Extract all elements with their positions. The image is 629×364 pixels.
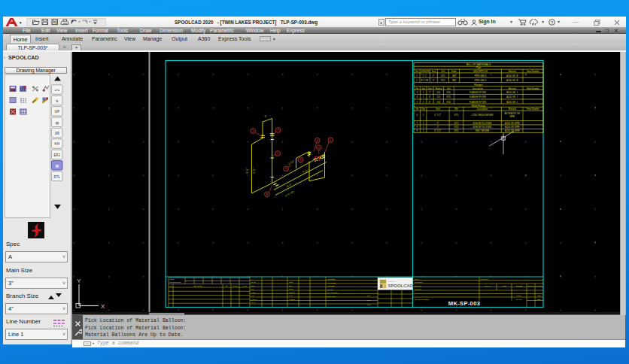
svg-text:Heat Number: Heat Number bbox=[527, 87, 539, 90]
svg-text:(4'-9 7/8″): (4'-9 7/8″) bbox=[284, 190, 295, 198]
svg-text:-: - bbox=[226, 293, 227, 296]
svg-text:-: - bbox=[358, 296, 359, 297]
svg-text:STD: STD bbox=[441, 79, 445, 82]
svg-text:Weld Fittings: Weld Fittings bbox=[472, 105, 486, 108]
svg-text:KH: KH bbox=[55, 142, 59, 146]
svg-text:SH3: SH3 bbox=[367, 295, 371, 296]
svg-text:O.B.S: O.B.S bbox=[289, 288, 293, 290]
svg-text:Size: Size bbox=[436, 108, 440, 111]
svg-text:-: - bbox=[235, 301, 235, 303]
svg-text:6″: 6″ bbox=[264, 114, 268, 118]
svg-text:-: - bbox=[245, 293, 245, 296]
svg-text:5: 5 bbox=[416, 101, 418, 104]
svg-text:5: 5 bbox=[317, 158, 318, 161]
svg-text:-: - bbox=[304, 295, 305, 296]
svg-text:Material: Material bbox=[509, 70, 516, 73]
svg-text:DATE: DATE bbox=[251, 281, 256, 283]
svg-text:C/K: C/K bbox=[251, 288, 254, 290]
svg-text:1: 1 bbox=[423, 126, 424, 129]
svg-text:⇅: ⇅ bbox=[56, 99, 59, 103]
svg-text:3: 3 bbox=[416, 91, 418, 94]
svg-text:UTIL RD: UTIL RD bbox=[415, 288, 421, 290]
svg-text:SPOOLCAD: SPOOLCAD bbox=[388, 283, 414, 288]
svg-text:-: - bbox=[304, 299, 305, 300]
svg-text:1: 1 bbox=[416, 74, 418, 77]
svg-text:-: - bbox=[358, 292, 359, 293]
svg-text:LENGTH: LENGTH bbox=[421, 70, 429, 73]
svg-text:Ends: Ends bbox=[451, 70, 457, 73]
svg-text:▩: ▩ bbox=[56, 164, 59, 168]
svg-text:150: 150 bbox=[436, 101, 440, 104]
svg-text:PROCAD: PROCAD bbox=[388, 281, 395, 282]
svg-text:RFD WIRE: RFD WIRE bbox=[327, 296, 336, 297]
svg-text:-: - bbox=[504, 288, 505, 290]
svg-text:Size: Size bbox=[432, 70, 436, 73]
svg-text:Qty: Qty bbox=[421, 108, 425, 111]
svg-text:-: - bbox=[245, 301, 245, 303]
svg-text:LIN CODE: LIN CODE bbox=[327, 278, 336, 280]
svg-text:-: - bbox=[407, 296, 408, 298]
svg-text:FLANGE RF WN: FLANGE RF WN bbox=[469, 91, 486, 94]
svg-text:-: - bbox=[199, 281, 199, 284]
svg-text:W/FILLET: W/FILLET bbox=[327, 285, 336, 287]
svg-text:-: - bbox=[304, 292, 305, 293]
svg-text:CHKD: CHKD bbox=[232, 285, 238, 287]
svg-text:-: - bbox=[171, 301, 172, 303]
svg-text:-: - bbox=[171, 297, 172, 299]
svg-text:2: 2 bbox=[416, 79, 418, 82]
svg-text:1: 1 bbox=[423, 129, 424, 132]
svg-text:-: - bbox=[208, 281, 208, 284]
svg-text:-: - bbox=[488, 288, 488, 290]
svg-text:DESCRIPTION: DESCRIPTION bbox=[473, 70, 488, 73]
svg-text:Flanges: Flanges bbox=[474, 83, 483, 86]
svg-text:Y: Y bbox=[77, 278, 81, 284]
svg-text:GHD: GHD bbox=[367, 299, 371, 301]
svg-text:A105 GR. 1: A105 GR. 1 bbox=[506, 101, 518, 104]
svg-text:-: - bbox=[358, 285, 359, 287]
svg-text:REVISION: REVISION bbox=[193, 285, 202, 287]
svg-text:LBS: LBS bbox=[537, 295, 541, 297]
svg-text:SPOOL NUMBER: SPOOL NUMBER bbox=[415, 299, 429, 301]
svg-text:-: - bbox=[448, 281, 449, 283]
svg-text:2": 2" bbox=[437, 126, 439, 129]
svg-text:6" X 2": 6" X 2" bbox=[435, 114, 442, 117]
svg-text:6" X 2": 6" X 2" bbox=[435, 129, 442, 132]
svg-text:2'-6″: 2'-6″ bbox=[246, 168, 249, 174]
svg-text:-: - bbox=[245, 297, 245, 299]
svg-text:⊃⊂: ⊃⊂ bbox=[54, 88, 60, 92]
svg-text:ELBOW 90 LR BW: ELBOW 90 LR BW bbox=[473, 126, 492, 129]
svg-text:AS-B: AS-B bbox=[251, 292, 256, 293]
svg-text:DATE: DATE bbox=[242, 285, 247, 287]
svg-text:-: - bbox=[539, 288, 539, 290]
svg-text:STD: STD bbox=[454, 122, 459, 125]
svg-text:▤: ▤ bbox=[56, 121, 59, 125]
svg-text:-: - bbox=[267, 285, 268, 287]
svg-text:4: 4 bbox=[416, 96, 418, 99]
svg-text:ELBOW 90 LR BW: ELBOW 90 LR BW bbox=[473, 122, 492, 125]
svg-text:-: - bbox=[358, 278, 359, 280]
svg-text:-: - bbox=[267, 299, 268, 300]
svg-text:-: - bbox=[448, 288, 449, 290]
svg-text:Description: Description bbox=[473, 87, 483, 90]
svg-text:RTL: RTL bbox=[53, 175, 60, 179]
svg-text:FLANGE RF WN: FLANGE RF WN bbox=[469, 96, 486, 99]
svg-text:Size: Size bbox=[428, 87, 433, 90]
svg-text:2": 2" bbox=[429, 91, 431, 94]
svg-text:VISUAL: VISUAL bbox=[251, 299, 258, 300]
svg-text:FLANGE RF WN: FLANGE RF WN bbox=[469, 101, 486, 104]
svg-text:-: - bbox=[384, 292, 384, 293]
svg-text:MAG: MAG bbox=[251, 302, 255, 303]
svg-text:-: - bbox=[539, 303, 539, 305]
svg-text:STD: STD bbox=[454, 129, 459, 132]
svg-text:-: - bbox=[448, 285, 449, 287]
svg-text:STR: STR bbox=[289, 285, 293, 287]
svg-text:OTHER: OTHER bbox=[327, 289, 333, 290]
svg-text:-: - bbox=[304, 281, 305, 283]
svg-text:6": 6" bbox=[429, 101, 431, 104]
svg-text:1: 1 bbox=[423, 122, 424, 125]
svg-text:A106 GR. B: A106 GR. B bbox=[506, 74, 518, 77]
svg-text:S-NR: S-NR bbox=[289, 281, 293, 283]
svg-text:No: No bbox=[415, 87, 418, 90]
svg-text:P/M: P/M bbox=[251, 295, 254, 296]
svg-text:2": 2" bbox=[433, 74, 435, 77]
